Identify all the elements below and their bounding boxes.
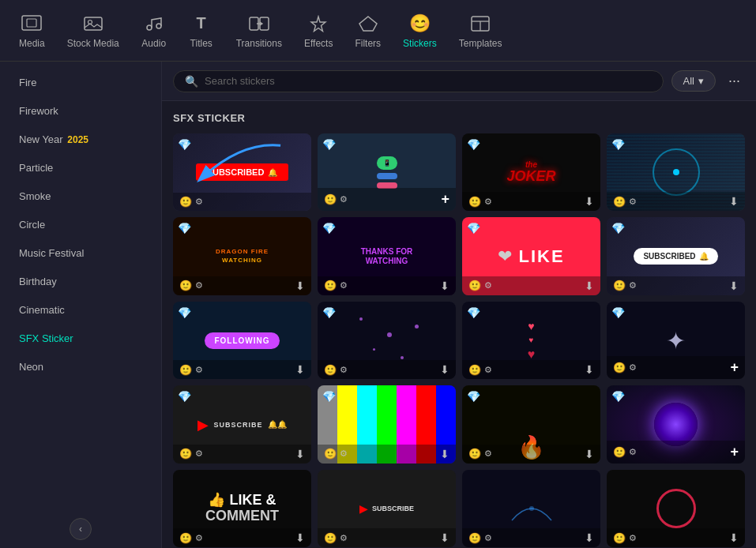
- nav-item-transitions[interactable]: Transitions: [225, 6, 293, 55]
- sticker-card-4[interactable]: 💎 🙂 ⚙ ⬇: [607, 133, 745, 211]
- sticker-card-9[interactable]: FOLLOWING 💎 🙂 ⚙ ⬇: [173, 302, 311, 379]
- action-bar-20: 🙂 ⚙ ⬇: [607, 528, 745, 547]
- red-circle-shape: [656, 489, 696, 528]
- download-icon-4[interactable]: ⬇: [729, 195, 739, 208]
- download-icon-5[interactable]: ⬇: [295, 280, 305, 292]
- favorite-icon-12: 💎: [611, 306, 625, 319]
- download-icon-14[interactable]: ⬇: [440, 448, 449, 460]
- sidebar-item-firework[interactable]: Firework: [3, 97, 158, 125]
- nav-item-media[interactable]: Media: [8, 6, 56, 55]
- sticker-card-3[interactable]: the JOKER 💎 🙂 ⚙ ⬇: [462, 133, 600, 211]
- settings-icon: ⚙: [195, 197, 203, 207]
- action-bar-7: 🙂 ⚙ ⬇: [462, 276, 600, 295]
- sticker-card-15[interactable]: 🔥 💎 🙂 ⚙ ⬇: [462, 385, 600, 463]
- sidebar-item-neon[interactable]: Neon: [3, 353, 158, 381]
- like-comment-text: 👍 LIKE &COMMENT: [205, 493, 279, 524]
- search-icon: 🔍: [185, 75, 198, 88]
- sticker-card-10[interactable]: 💎 🙂 ⚙ ⬇: [318, 302, 456, 379]
- sticker-card-11[interactable]: ♥ ♥ ♥ 💎 🙂 ⚙ ⬇: [462, 302, 600, 379]
- dragon-text: DRAGON FIRE WATCHING: [216, 248, 269, 265]
- sidebar-item-cinematic[interactable]: Cinematic: [3, 296, 158, 324]
- sticker-card-14[interactable]: 💎 🙂 ⚙ ⬇: [318, 385, 456, 463]
- action-bar-12: 🙂 ⚙ +: [607, 356, 745, 379]
- action-bar-3: 🙂 ⚙ ⬇: [462, 192, 600, 211]
- download-icon-8[interactable]: ⬇: [729, 280, 739, 292]
- sticker-card-16[interactable]: 💎 🙂 ⚙ +: [607, 385, 745, 463]
- sidebar-item-circle[interactable]: Circle: [3, 211, 158, 238]
- download-icon-3[interactable]: ⬇: [585, 195, 594, 208]
- download-icon-9[interactable]: ⬇: [295, 363, 305, 376]
- like-heart-icon: ❤: [498, 246, 512, 267]
- sidebar-item-music-festival[interactable]: Music Festival: [3, 239, 158, 267]
- sticker-card-7[interactable]: ❤ LIKE 💎 🙂 ⚙ ⬇: [462, 217, 600, 295]
- sticker-card-20[interactable]: 🙂 ⚙ ⬇: [607, 470, 745, 547]
- nav-item-stickers[interactable]: 😊 Stickers: [392, 6, 448, 55]
- nav-label-effects: Effects: [304, 38, 333, 49]
- favorite-icon-14: 💎: [322, 390, 336, 403]
- settings-icon-18: ⚙: [340, 533, 348, 543]
- action-bar-4: 🙂 ⚙ ⬇: [607, 192, 745, 211]
- download-icon-19[interactable]: ⬇: [585, 531, 594, 544]
- download-icon-18[interactable]: ⬇: [440, 531, 449, 544]
- nav-label-media: Media: [19, 38, 45, 49]
- download-icon-15[interactable]: ⬇: [585, 448, 594, 460]
- download-icon-20[interactable]: ⬇: [729, 531, 739, 544]
- download-icon-7[interactable]: ⬇: [585, 280, 594, 292]
- sidebar-collapse-button[interactable]: ‹: [70, 518, 92, 540]
- sticker-card-17[interactable]: 👍 LIKE &COMMENT 🙂 ⚙ ⬇: [173, 470, 311, 547]
- add-icon-12[interactable]: +: [730, 359, 739, 376]
- sidebar-item-sfx-sticker[interactable]: SFX Sticker: [3, 325, 158, 352]
- subscribed-badge: SUBSCRIBED 🔔: [634, 248, 717, 265]
- filter-button[interactable]: All ▾: [671, 70, 716, 92]
- more-options-button[interactable]: ···: [724, 69, 745, 92]
- favorite-icon-6: 💎: [322, 222, 336, 235]
- sticker-card-2[interactable]: 📱 💎 🙂 ⚙ +: [318, 133, 456, 211]
- add-icon-2[interactable]: +: [441, 191, 449, 208]
- nav-item-audio[interactable]: Audio: [130, 6, 178, 55]
- left-actions-4: 🙂 ⚙: [613, 196, 637, 208]
- add-icon-16[interactable]: +: [730, 444, 739, 460]
- sticker-card-18[interactable]: ▶ SUBSCRIBE 🙂 ⚙ ⬇: [318, 470, 456, 547]
- nav-item-stock-media[interactable]: Stock Media: [56, 6, 130, 55]
- nav-item-filters[interactable]: Filters: [344, 6, 392, 55]
- action-bar-16: 🙂 ⚙ +: [607, 441, 745, 464]
- action-bar-13: 🙂 ⚙ ⬇: [173, 445, 311, 464]
- chat-bubbles: 📱: [377, 156, 397, 189]
- sticker-card-8[interactable]: SUBSCRIBED 🔔 💎 🙂 ⚙ ⬇: [607, 217, 745, 295]
- sticker-card-6[interactable]: THANKS FORWATCHING 💎 🙂 ⚙ ⬇: [318, 217, 456, 295]
- subscribe-label: SUBSCRIBED: [207, 167, 265, 177]
- sticker-card-1[interactable]: SUBSCRIBED 🔔 💎: [173, 133, 311, 211]
- download-icon-17[interactable]: ⬇: [295, 531, 305, 544]
- download-icon-10[interactable]: ⬇: [440, 363, 449, 376]
- action-bar-14: 🙂 ⚙ ⬇: [318, 445, 456, 464]
- sidebar-item-particle[interactable]: Particle: [3, 154, 158, 182]
- left-actions-12: 🙂 ⚙: [613, 362, 637, 373]
- sidebar-item-new-year[interactable]: New Year 2025: [3, 126, 158, 153]
- download-icon-6[interactable]: ⬇: [440, 280, 449, 292]
- favorite-icon-11: 💎: [467, 306, 480, 319]
- yt-icon-2: ▶: [359, 502, 368, 515]
- sticker-card-19[interactable]: 🙂 ⚙ ⬇: [462, 470, 600, 547]
- emoji-icon-10: 🙂: [324, 364, 337, 376]
- svg-point-4: [147, 25, 152, 30]
- nav-item-effects[interactable]: Effects: [293, 6, 344, 55]
- download-icon-13[interactable]: ⬇: [295, 448, 305, 460]
- search-bar: 🔍 All ▾ ···: [162, 62, 756, 101]
- sidebar-item-birthday[interactable]: Birthday: [3, 268, 158, 295]
- sticker-card-12[interactable]: ✦ 💎 🙂 ⚙ +: [607, 302, 745, 379]
- bell-icon-2: 🔔: [699, 252, 709, 261]
- download-icon-11[interactable]: ⬇: [585, 363, 594, 376]
- favorite-icon-5: 💎: [178, 222, 191, 235]
- sticker-card-13[interactable]: ▶ SUBSCRIBE 🔔🔔 💎 🙂 ⚙ ⬇: [173, 385, 311, 463]
- nav-label-transitions: Transitions: [236, 38, 282, 49]
- subscribe-red-button: SUBSCRIBED 🔔: [196, 163, 289, 181]
- search-input[interactable]: [205, 75, 652, 87]
- sidebar-item-smoke[interactable]: Smoke: [3, 182, 158, 210]
- youtube-icon: ▶: [197, 416, 209, 434]
- sidebar-item-fire[interactable]: Fire: [3, 69, 158, 96]
- nav-item-templates[interactable]: Templates: [448, 6, 513, 55]
- search-input-wrap[interactable]: 🔍: [173, 70, 664, 92]
- nav-item-titles[interactable]: T Titles: [178, 6, 225, 55]
- sticker-card-5[interactable]: DRAGON FIRE WATCHING 💎 🙂 ⚙ ⬇: [173, 217, 311, 295]
- left-actions-2: 🙂 ⚙: [324, 193, 348, 205]
